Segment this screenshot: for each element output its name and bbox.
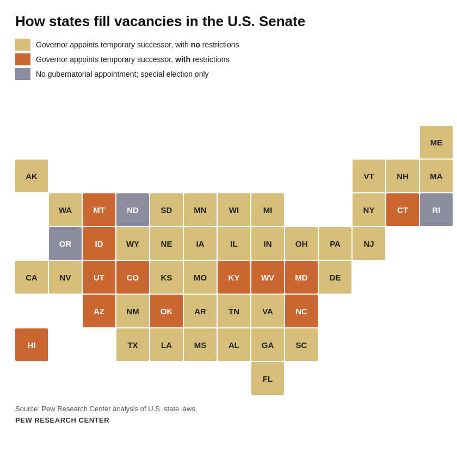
- empty-cell: [184, 362, 217, 395]
- empty-cell: [116, 92, 149, 125]
- state-AZ: AZ: [83, 295, 115, 327]
- empty-cell: [15, 295, 48, 327]
- state-NE: NE: [150, 227, 183, 260]
- state-IN: IN: [251, 227, 284, 260]
- state-TN: TN: [218, 295, 250, 327]
- empty-cell: [49, 126, 82, 158]
- page-title: How states fill vacancies in the U.S. Se…: [15, 13, 442, 30]
- empty-cell: [420, 227, 453, 260]
- empty-cell: [251, 92, 284, 125]
- legend-swatch-gray: [15, 68, 30, 80]
- state-IL: IL: [218, 227, 250, 260]
- legend-text-gray: No gubernatorial appointment; special el…: [36, 70, 209, 78]
- empty-cell: [285, 126, 318, 158]
- state-AK: AK: [15, 160, 48, 192]
- empty-cell: [386, 261, 419, 294]
- state-VA: VA: [251, 295, 284, 327]
- state-WA: WA: [49, 193, 82, 226]
- empty-cell: [83, 160, 115, 192]
- state-MA: MA: [420, 160, 453, 192]
- legend-text-yellow: Governor appoints temporary successor, w…: [36, 40, 239, 49]
- state-CA: CA: [15, 261, 48, 294]
- empty-cell: [83, 328, 115, 361]
- state-MI: MI: [251, 193, 284, 226]
- empty-cell: [353, 362, 385, 395]
- empty-cell: [420, 295, 453, 327]
- empty-cell: [49, 328, 82, 361]
- empty-cell: [386, 126, 419, 158]
- empty-cell: [319, 295, 351, 327]
- state-KS: KS: [150, 261, 183, 294]
- state-OR: OR: [49, 227, 82, 260]
- empty-cell: [353, 261, 385, 294]
- legend-item-orange: Governor appoints temporary successor, w…: [15, 53, 442, 65]
- source-text: Source: Pew Research Center analysis of …: [15, 405, 442, 413]
- state-NV: NV: [49, 261, 82, 294]
- empty-cell: [49, 362, 82, 395]
- legend-item-yellow: Governor appoints temporary successor, w…: [15, 39, 442, 51]
- state-WV: WV: [251, 261, 284, 294]
- empty-cell: [49, 295, 82, 327]
- empty-cell: [420, 92, 453, 125]
- empty-cell: [285, 362, 318, 395]
- state-MS: MS: [184, 328, 217, 361]
- state-NC: NC: [285, 295, 318, 327]
- empty-cell: [353, 295, 385, 327]
- state-GA: GA: [251, 328, 284, 361]
- state-CO: CO: [116, 261, 149, 294]
- map-grid: MEAKVTNHMAWAMTNDSDMNWIMINYCTRIORIDWYNEIA…: [15, 92, 445, 395]
- empty-cell: [386, 328, 419, 361]
- empty-cell: [116, 362, 149, 395]
- empty-cell: [353, 126, 385, 158]
- empty-cell: [49, 92, 82, 125]
- state-NJ: NJ: [353, 227, 385, 260]
- empty-cell: [150, 160, 183, 192]
- state-AL: AL: [218, 328, 250, 361]
- empty-cell: [251, 160, 284, 192]
- state-LA: LA: [150, 328, 183, 361]
- empty-cell: [420, 261, 453, 294]
- state-SD: SD: [150, 193, 183, 226]
- state-KY: KY: [218, 261, 250, 294]
- legend-text-orange: Governor appoints temporary successor, w…: [36, 55, 230, 64]
- empty-cell: [184, 160, 217, 192]
- empty-cell: [319, 362, 351, 395]
- empty-cell: [83, 362, 115, 395]
- state-NM: NM: [116, 295, 149, 327]
- empty-cell: [353, 92, 385, 125]
- empty-cell: [218, 362, 250, 395]
- empty-cell: [49, 160, 82, 192]
- legend: Governor appoints temporary successor, w…: [15, 39, 442, 80]
- empty-cell: [116, 126, 149, 158]
- state-FL: FL: [251, 362, 284, 395]
- state-MT: MT: [83, 193, 115, 226]
- state-ME: ME: [420, 126, 453, 158]
- state-RI: RI: [420, 193, 453, 226]
- empty-cell: [386, 295, 419, 327]
- state-VT: VT: [353, 160, 385, 192]
- state-OK: OK: [150, 295, 183, 327]
- empty-cell: [83, 126, 115, 158]
- state-IA: IA: [184, 227, 217, 260]
- empty-cell: [420, 328, 453, 361]
- empty-cell: [285, 193, 318, 226]
- state-AR: AR: [184, 295, 217, 327]
- state-TX: TX: [116, 328, 149, 361]
- empty-cell: [386, 362, 419, 395]
- state-UT: UT: [83, 261, 115, 294]
- state-NY: NY: [353, 193, 385, 226]
- empty-cell: [218, 126, 250, 158]
- state-HI: HI: [15, 328, 48, 361]
- state-ND: ND: [116, 193, 149, 226]
- empty-cell: [319, 126, 351, 158]
- empty-cell: [116, 160, 149, 192]
- map-area: MEAKVTNHMAWAMTNDSDMNWIMINYCTRIORIDWYNEIA…: [15, 92, 445, 395]
- state-PA: PA: [319, 227, 351, 260]
- empty-cell: [251, 126, 284, 158]
- empty-cell: [218, 92, 250, 125]
- state-WI: WI: [218, 193, 250, 226]
- empty-cell: [15, 227, 48, 260]
- empty-cell: [319, 92, 351, 125]
- empty-cell: [150, 92, 183, 125]
- state-MN: MN: [184, 193, 217, 226]
